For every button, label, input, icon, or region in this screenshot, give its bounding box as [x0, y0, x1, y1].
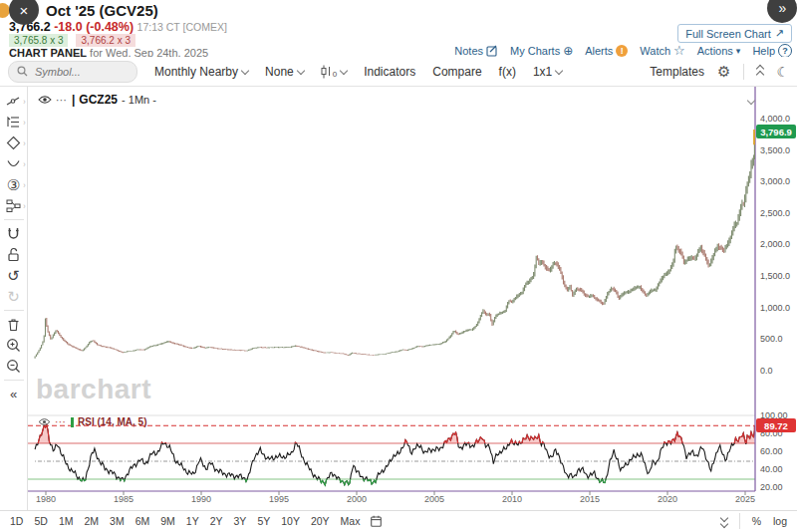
indicators-button[interactable]: Indicators	[364, 65, 415, 79]
plus-circle-icon: ⊕	[563, 44, 573, 58]
range-9m[interactable]: 9M	[160, 515, 175, 527]
x-tick: 2015	[580, 494, 600, 504]
eye-icon	[38, 95, 52, 105]
collapse-toolbar-icon[interactable]	[757, 66, 763, 78]
alerts-label: Alerts	[585, 45, 613, 57]
notes-label: Notes	[454, 45, 483, 57]
log-scale-toggle[interactable]: log	[773, 515, 787, 527]
my-charts-link[interactable]: My Charts ⊕	[510, 44, 573, 58]
x-tick: 1985	[114, 494, 133, 504]
alerts-link[interactable]: Alerts !	[585, 45, 628, 57]
more-options-icon[interactable]: ⋯	[56, 95, 68, 106]
quote-line: 3,766.2 -18.0 (-0.48%) 17:13 CT [COMEX]	[9, 20, 227, 34]
calendar-icon[interactable]	[371, 515, 382, 527]
chart-canvas[interactable]	[28, 87, 797, 510]
indicators-label: Indicators	[364, 65, 415, 79]
frequency-label: Monthly Nearby	[154, 65, 238, 79]
magnet-tool[interactable]	[1, 223, 27, 244]
barchart-chart-panel: × » Oct '25 (GCV25) 3,766.2 -18.0 (-0.48…	[0, 0, 797, 532]
cursor-tool[interactable]: ›	[1, 91, 27, 112]
range-2y[interactable]: 2Y	[210, 515, 223, 527]
ask-badge: 3,766.2 x 3	[76, 34, 134, 47]
range-1y[interactable]: 1Y	[186, 515, 199, 527]
frequency-dropdown[interactable]: Monthly Nearby	[154, 65, 248, 79]
toolbar-right: Templates ⚙ ☾	[650, 63, 789, 81]
compare-button[interactable]: Compare	[432, 65, 481, 79]
dark-mode-icon[interactable]: ☾	[776, 64, 789, 80]
arc-tool[interactable]: ›	[1, 153, 27, 174]
more-options-icon[interactable]: ⋯	[55, 416, 67, 427]
shapes-tool[interactable]: ›	[1, 133, 27, 153]
symbol-search-input[interactable]	[33, 65, 115, 79]
price-pane-label[interactable]: ⋯ | GCZ25 - 1Mn -	[38, 93, 156, 107]
elliott-wave-tool[interactable]: ③›	[1, 174, 27, 195]
range-1d[interactable]: 1D	[10, 515, 23, 527]
range-10y[interactable]: 10Y	[281, 515, 300, 527]
barchart-watermark: barchart	[36, 374, 151, 405]
rsi-pane-label[interactable]: ⋯ RSI (14, MA, 5)	[38, 416, 146, 427]
zoom-out-button[interactable]	[1, 356, 27, 377]
chart-region: ⋯ | GCZ25 - 1Mn - barchart ⋯ RSI (14, MA…	[28, 87, 797, 510]
range-3y[interactable]: 3Y	[234, 515, 247, 527]
actions-label: Actions	[697, 45, 733, 57]
help-link[interactable]: Help ?	[752, 44, 792, 58]
range-3m[interactable]: 3M	[110, 515, 125, 527]
x-tick: 2020	[658, 494, 677, 504]
symbol-search[interactable]	[8, 61, 137, 83]
range-2m[interactable]: 2M	[84, 515, 99, 527]
candles-up	[35, 132, 754, 359]
rsi-overbought-fill	[35, 425, 754, 485]
notes-link[interactable]: Notes	[454, 45, 498, 57]
rsi-tick: 20.00	[760, 482, 796, 492]
watch-link[interactable]: Watch ☆	[640, 43, 684, 58]
redo-button[interactable]: ↻	[1, 286, 27, 307]
range-5y[interactable]: 5Y	[257, 515, 270, 527]
drawing-tools-sidebar: › › › › ③› › ↺ ↻ «	[0, 87, 28, 510]
undo-icon: ↺	[7, 268, 20, 283]
templates-button[interactable]: Templates	[650, 65, 704, 79]
expand-panel-button[interactable]: »	[767, 0, 797, 23]
percent-scale-toggle[interactable]: %	[752, 515, 761, 527]
y-tick: 1,000.0	[760, 303, 796, 313]
scale-controls: % log	[721, 513, 787, 529]
y-tick: 2,000.0	[760, 239, 796, 249]
range-max[interactable]: Max	[341, 515, 361, 527]
range-5d[interactable]: 5D	[34, 515, 47, 527]
range-20y[interactable]: 20Y	[311, 515, 330, 527]
bar-type-dropdown[interactable]: 0	[321, 65, 347, 79]
bid-badge: 3,765.8 x 3	[9, 34, 68, 47]
collapse-sidebar-button[interactable]: «	[1, 384, 27, 404]
y-tick: 4,000.0	[760, 114, 796, 124]
last-price-badge: 3,796.9	[756, 125, 796, 138]
x-tick: 1995	[269, 494, 289, 504]
tools-dropdown[interactable]: None	[265, 65, 304, 79]
delete-tool[interactable]	[1, 314, 27, 335]
unlock-tool[interactable]	[1, 244, 27, 265]
annotations-tool[interactable]: ›	[1, 112, 27, 133]
y-tick: 3,500.0	[760, 145, 796, 155]
undo-button[interactable]: ↺	[1, 265, 27, 286]
series-marker: |	[72, 94, 75, 106]
settings-gear-icon[interactable]: ⚙	[717, 63, 730, 81]
layout-dropdown[interactable]: 1x1	[533, 65, 562, 79]
templates-label: Templates	[650, 65, 704, 79]
chart-period: - 1Mn -	[122, 94, 156, 106]
alert-bang: !	[621, 46, 624, 56]
close-icon: ×	[20, 2, 29, 19]
sidebar-separator	[4, 310, 24, 311]
connectors-tool[interactable]: ›	[1, 195, 27, 216]
pane-collapse-chevron[interactable]	[744, 95, 754, 109]
actions-menu[interactable]: Actions ▾	[697, 45, 741, 57]
fullscreen-chart-button[interactable]: Full Screen Chart ↗	[677, 24, 792, 43]
candlestick-type-icon	[321, 65, 332, 79]
collapse-icon: «	[10, 388, 17, 400]
range-1m[interactable]: 1M	[59, 515, 74, 527]
notes-icon	[486, 45, 498, 57]
arrow-ne-icon: ↗	[775, 27, 784, 40]
expressions-button[interactable]: f(x)	[499, 65, 516, 79]
bid-ask-row: 3,765.8 x 3 3,766.2 x 3	[9, 34, 135, 47]
circled-three-icon: ③	[7, 177, 20, 192]
range-6m[interactable]: 6M	[135, 515, 150, 527]
double-chevron-down-icon[interactable]	[721, 515, 727, 527]
zoom-in-button[interactable]	[1, 335, 27, 356]
